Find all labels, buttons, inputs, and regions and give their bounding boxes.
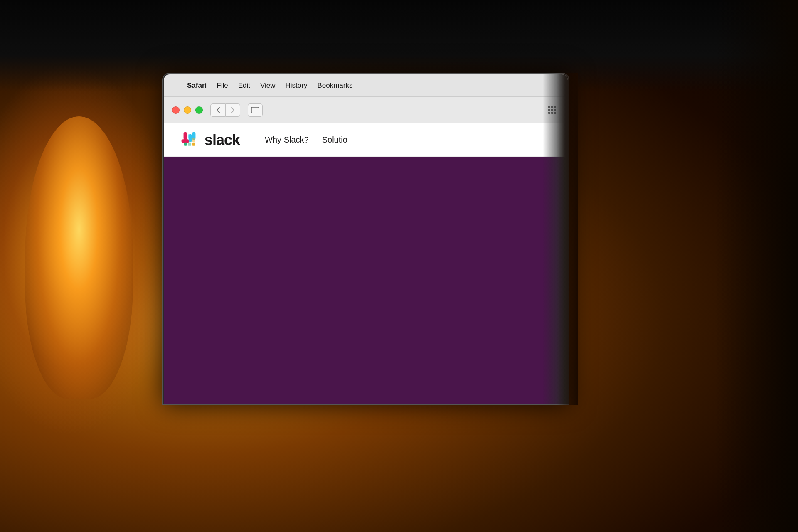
macos-menubar: Safari File Edit View History Bookmarks <box>164 74 568 97</box>
lamp-body <box>25 116 133 399</box>
back-button[interactable] <box>210 103 225 117</box>
macbook-right-edge <box>557 73 578 405</box>
svg-rect-6 <box>184 138 187 141</box>
view-menu-item[interactable]: View <box>255 80 281 91</box>
side-overlay-right <box>715 0 798 532</box>
traffic-lights <box>172 106 203 114</box>
svg-rect-3 <box>192 134 195 138</box>
close-button[interactable] <box>172 106 180 114</box>
nav-button-group <box>210 103 240 117</box>
website-content: slack Why Slack? Solutio <box>164 123 568 404</box>
svg-rect-5 <box>192 142 195 145</box>
minimize-button[interactable] <box>184 106 191 114</box>
forward-button[interactable] <box>225 103 240 117</box>
safari-toolbar <box>164 97 568 123</box>
svg-rect-9 <box>192 138 195 141</box>
slack-nav-items: Why Slack? Solutio <box>265 135 347 145</box>
slack-nav-solutions[interactable]: Solutio <box>322 135 347 145</box>
slack-logo-text: slack <box>204 131 240 149</box>
screen-bezel: Safari File Edit View History Bookmarks <box>164 74 568 404</box>
safari-menu-item[interactable]: Safari <box>182 80 212 91</box>
slack-logo[interactable]: slack <box>180 131 240 149</box>
sidebar-toggle-button[interactable] <box>248 103 263 117</box>
maximize-button[interactable] <box>195 106 203 114</box>
svg-rect-2 <box>184 134 187 138</box>
svg-rect-0 <box>251 107 259 113</box>
svg-rect-7 <box>188 134 191 138</box>
slack-navbar: slack Why Slack? Solutio <box>164 123 568 157</box>
svg-rect-8 <box>188 142 191 145</box>
bookmarks-menu-item[interactable]: Bookmarks <box>312 80 357 91</box>
slack-nav-why-slack[interactable]: Why Slack? <box>265 135 309 145</box>
slack-hero-section <box>164 157 568 404</box>
history-menu-item[interactable]: History <box>281 80 313 91</box>
safari-window: slack Why Slack? Solutio <box>164 97 568 404</box>
edit-menu-item[interactable]: Edit <box>233 80 255 91</box>
file-menu-item[interactable]: File <box>212 80 233 91</box>
slack-logo-icon <box>180 131 199 149</box>
svg-rect-4 <box>184 142 187 145</box>
macbook-screen: Safari File Edit View History Bookmarks <box>162 73 569 405</box>
